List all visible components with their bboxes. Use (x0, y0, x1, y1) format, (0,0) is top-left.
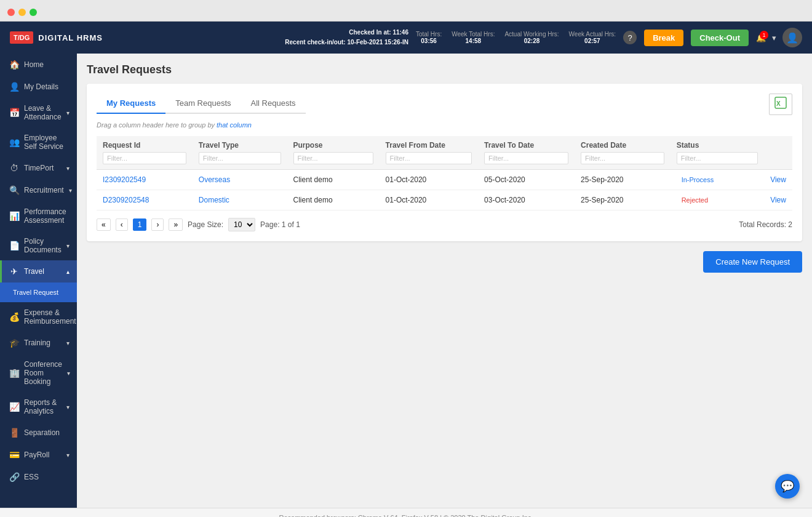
sidebar-item-conference[interactable]: 🏢 Conference Room Booking ▾ (0, 354, 77, 392)
view-link-1[interactable]: View (770, 196, 786, 204)
week-total-value: 14:58 (452, 38, 495, 44)
checkin-time: 11:46 (392, 29, 408, 36)
cell-action-1: View (764, 190, 792, 210)
filter-travel-to[interactable] (484, 152, 568, 164)
sidebar-item-travel-request[interactable]: Travel Request (0, 283, 77, 302)
chevron-down-icon: ▾ (66, 340, 70, 347)
sidebar-item-policy[interactable]: 📄 Policy Documents ▾ (0, 231, 77, 260)
sidebar-label-training: Training (24, 339, 50, 347)
col-created-date: Created Date (575, 136, 671, 170)
filter-travel-from[interactable] (386, 152, 472, 164)
sidebar-item-timeport[interactable]: ⏱ TimePort ▾ (0, 157, 77, 179)
cell-request-id-0: I2309202549 (97, 170, 193, 190)
sidebar-item-ess[interactable]: 🔗 ESS (0, 466, 77, 488)
status-badge-0: In-Process (677, 175, 719, 185)
drag-hint: Drag a column header here to group by th… (97, 121, 792, 129)
cell-travel-type-1: Domestic (193, 190, 287, 210)
sidebar-item-reports[interactable]: 📈 Reports & Analytics ▾ (0, 392, 77, 422)
sidebar-item-payroll[interactable]: 💳 PayRoll ▾ (0, 444, 77, 466)
table-row: I2309202549 Overseas Client demo 01-Oct-… (97, 170, 792, 190)
sidebar: 🏠 Home 👤 My Details 📅 Leave & Attendance… (0, 54, 77, 508)
calendar-icon: 📅 (9, 108, 19, 118)
footer-text: Recommended browsers: Chrome V 64, Firef… (279, 514, 533, 518)
training-icon: 🎓 (9, 338, 19, 348)
sidebar-item-home[interactable]: 🏠 Home (0, 54, 77, 76)
chat-bubble[interactable]: 💬 (775, 474, 800, 499)
logo-abbr: T/DG (10, 31, 33, 44)
chevron-down-icon: ▾ (66, 110, 70, 116)
sidebar-item-my-details[interactable]: 👤 My Details (0, 76, 77, 98)
sidebar-item-recruitment[interactable]: 🔍 Recruitment ▾ (0, 179, 77, 201)
chevron-down-icon: ▾ (66, 452, 70, 459)
break-button[interactable]: Break (644, 30, 683, 46)
next-page-button[interactable]: › (151, 218, 164, 231)
time-stats: Total Hrs: 03:56 Week Total Hrs: 14:58 A… (416, 31, 616, 44)
travel-requests-table: Request Id Travel Type Purpose (97, 136, 792, 210)
col-purpose-label: Purpose (293, 141, 323, 150)
help-icon[interactable]: ? (623, 31, 637, 44)
page-1-button[interactable]: 1 (133, 218, 147, 231)
cell-purpose-1: Client demo (287, 190, 380, 210)
sidebar-label-timeport: TimePort (24, 164, 54, 172)
document-icon: 📄 (9, 241, 19, 250)
sidebar-label-home: Home (24, 60, 44, 69)
cell-status-0: In-Process (671, 170, 764, 190)
notification-icon[interactable]: 🔔 1 (756, 33, 766, 42)
prev-page-button[interactable]: ‹ (116, 218, 128, 231)
page-title: Travel Requests (87, 63, 802, 76)
chevron-down-icon: ▾ (66, 242, 70, 249)
tab-all-requests[interactable]: All Requests (241, 94, 306, 114)
page-info: Page: 1 of 1 (260, 220, 300, 229)
week-actual-stat: Week Actual Hrs: 02:57 (569, 31, 616, 44)
maximize-dot[interactable] (30, 9, 37, 16)
cell-travel-type-0: Overseas (193, 170, 287, 190)
logo-name: DIGITAL HRMS (38, 33, 103, 42)
sidebar-item-employee-self-service[interactable]: 👥 Employee Self Service (0, 127, 77, 157)
cell-created-date-0: 25-Sep-2020 (575, 170, 671, 190)
week-actual-value: 02:57 (569, 38, 616, 44)
sidebar-item-performance[interactable]: 📊 Performance Assessment (0, 201, 77, 231)
avatar[interactable]: 👤 (782, 28, 802, 47)
filter-travel-type[interactable] (199, 152, 281, 164)
filter-purpose[interactable] (293, 152, 373, 164)
chevron-down-icon: ▴ (66, 268, 70, 275)
sidebar-item-travel[interactable]: ✈ Travel ▴ (0, 260, 77, 283)
week-total-label: Week Total Hrs: (452, 31, 495, 38)
sidebar-label-ess: ESS (24, 473, 39, 481)
checkout-button[interactable]: Check-Out (691, 30, 749, 46)
request-id-link-1[interactable]: D2309202548 (103, 196, 149, 204)
dropdown-arrow[interactable]: ▾ (772, 33, 776, 42)
minimize-dot[interactable] (18, 9, 26, 16)
svg-text:X: X (776, 100, 781, 107)
sidebar-label-travel: Travel (24, 267, 44, 276)
last-page-button[interactable]: » (169, 218, 183, 231)
sidebar-item-expense[interactable]: 💰 Expense & Reimbursement ▾ (0, 302, 77, 332)
filter-created-date[interactable] (581, 152, 664, 164)
sidebar-item-leave-attendance[interactable]: 📅 Leave & Attendance ▾ (0, 98, 77, 127)
sidebar-item-training[interactable]: 🎓 Training ▾ (0, 332, 77, 354)
export-excel-button[interactable]: X (769, 94, 792, 115)
close-dot[interactable] (7, 9, 15, 16)
chevron-down-icon: ▾ (67, 370, 70, 377)
page-size-select[interactable]: 10 25 50 (228, 218, 255, 231)
create-new-request-button[interactable]: Create New Request (703, 251, 802, 273)
sidebar-label-performance: Performance Assessment (24, 207, 70, 225)
sidebar-item-separation[interactable]: 🚪 Separation (0, 422, 77, 444)
ess-icon: 🔗 (9, 472, 19, 482)
travel-type-link-0[interactable]: Overseas (199, 175, 230, 184)
travel-type-link-1[interactable]: Domestic (199, 196, 229, 204)
separation-icon: 🚪 (9, 428, 19, 438)
first-page-button[interactable]: « (97, 218, 111, 231)
recent-time: 10-Feb-2021 15:26-IN (347, 39, 408, 46)
col-request-id-label: Request Id (103, 141, 140, 150)
week-total-stat: Week Total Hrs: 14:58 (452, 31, 495, 44)
request-id-link-0[interactable]: I2309202549 (103, 175, 146, 184)
filter-request-id[interactable] (103, 152, 186, 164)
sidebar-label-recruitment: Recruitment (24, 186, 64, 194)
chevron-down-icon: ▾ (66, 404, 70, 411)
content-area: Travel Requests My Requests Team Request… (77, 54, 812, 508)
filter-status[interactable] (677, 152, 758, 164)
view-link-0[interactable]: View (770, 175, 786, 184)
tab-team-requests[interactable]: Team Requests (165, 94, 241, 114)
tab-my-requests[interactable]: My Requests (97, 94, 165, 114)
